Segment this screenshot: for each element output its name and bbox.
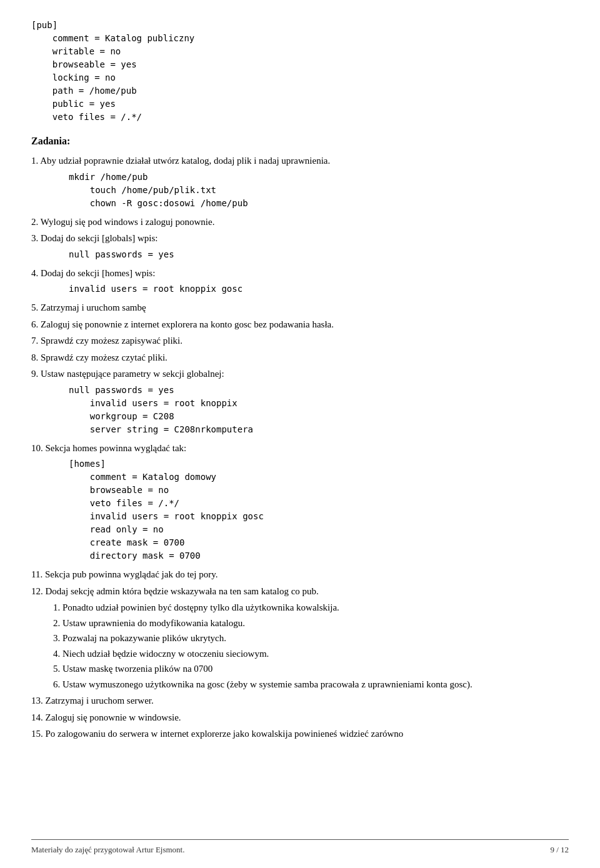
task-14: 14. Zaloguj się ponownie w windowsie.	[31, 711, 569, 725]
task-3-text: Dodaj do sekcji [globals] wpis:	[41, 233, 158, 243]
task-1-code: mkdir /home/pub touch /home/pub/plik.txt…	[69, 171, 569, 210]
page-content: [pub] comment = Katalog publiczny writab…	[31, 19, 569, 741]
task-12-sub-2: Ustaw uprawnienia do modyfikowania katal…	[62, 616, 569, 631]
task-4: 4. Dodaj do sekcji [homes] wpis:	[31, 266, 569, 281]
task-15-number: 15.	[31, 729, 46, 739]
task-1-text: Aby udział poprawnie działał utwórz kata…	[40, 156, 330, 166]
task-3-number: 3.	[31, 233, 41, 243]
task-12-sub-3: Pozwalaj na pokazywanie plików ukrytych.	[62, 631, 569, 646]
task-14-number: 14.	[31, 712, 46, 722]
tasks-title: Zadania:	[31, 134, 569, 149]
task-2-number: 2.	[31, 217, 41, 227]
task-12-sub-4: Niech udział będzie widoczny w otoczeniu…	[62, 647, 569, 661]
task-15-text: Po zalogowaniu do serwera w internet exp…	[46, 729, 404, 739]
task-13-text: Zatrzymaj i uruchom serwer.	[46, 696, 154, 706]
task-9: 9. Ustaw następujące parametry w sekcji …	[31, 367, 569, 381]
task-5: 5. Zatrzymaj i uruchom sambę	[31, 301, 569, 315]
task-12-sub-1: Ponadto udział powinien być dostępny tyl…	[62, 601, 569, 615]
task-2-text: Wyloguj się pod windows i zaloguj ponown…	[41, 217, 215, 227]
task-6-number: 6.	[31, 319, 41, 329]
top-code-block: [pub] comment = Katalog publiczny writab…	[31, 19, 569, 124]
footer-right: 9 / 12	[550, 844, 569, 856]
task-12: 12. Dodaj sekcję admin która będzie wska…	[31, 584, 569, 599]
task-13-number: 13.	[31, 696, 46, 706]
task-3: 3. Dodaj do sekcji [globals] wpis:	[31, 231, 569, 246]
task-5-text: Zatrzymaj i uruchom sambę	[41, 302, 146, 312]
task-10-code: [homes] comment = Katalog domowy browsea…	[69, 457, 569, 562]
task-12-sublist: Ponadto udział powinien być dostępny tyl…	[62, 601, 569, 691]
task-1: 1. Aby udział poprawnie działał utwórz k…	[31, 154, 569, 168]
task-1-number: 1.	[31, 156, 40, 166]
task-7-number: 7.	[31, 336, 41, 346]
task-10-number: 10.	[31, 443, 46, 453]
task-6: 6. Zaloguj się ponownie z internet explo…	[31, 317, 569, 332]
top-code-text: [pub] comment = Katalog publiczny writab…	[31, 19, 569, 124]
task-9-text: Ustaw następujące parametry w sekcji glo…	[41, 369, 224, 379]
task-4-text: Dodaj do sekcji [homes] wpis:	[41, 268, 155, 278]
task-12-sub-5: Ustaw maskę tworzenia plików na 0700	[62, 662, 569, 676]
task-9-code: null passwords = yes invalid users = roo…	[69, 384, 569, 436]
task-7-text: Sprawdź czy możesz zapisywać pliki.	[41, 336, 182, 346]
task-4-code: invalid users = root knoppix gosc	[69, 282, 569, 296]
task-13: 13. Zatrzymaj i uruchom serwer.	[31, 694, 569, 708]
task-12-sub-6: Ustaw wymuszonego użytkownika na gosc (ż…	[62, 677, 569, 692]
task-4-number: 4.	[31, 268, 41, 278]
footer: Materiały do zajęć przygotował Artur Ejs…	[31, 839, 569, 856]
task-8: 8. Sprawdź czy możesz czytać pliki.	[31, 351, 569, 365]
task-3-code: null passwords = yes	[69, 248, 569, 261]
task-8-text: Sprawdź czy możesz czytać pliki.	[41, 352, 168, 362]
task-6-text: Zaloguj się ponownie z internet explorer…	[41, 319, 334, 329]
task-9-number: 9.	[31, 369, 41, 379]
task-10: 10. Sekcja homes powinna wyglądać tak:	[31, 441, 569, 456]
task-10-text: Sekcja homes powinna wyglądać tak:	[46, 443, 187, 453]
task-5-number: 5.	[31, 302, 41, 312]
task-2: 2. Wyloguj się pod windows i zaloguj pon…	[31, 215, 569, 229]
footer-left: Materiały do zajęć przygotował Artur Ejs…	[31, 844, 184, 856]
task-15: 15. Po zalogowaniu do serwera w internet…	[31, 727, 569, 741]
task-8-number: 8.	[31, 352, 41, 362]
task-11-text: Sekcja pub powinna wyglądać jak do tej p…	[45, 569, 218, 579]
task-12-number: 12.	[31, 586, 46, 596]
task-11: 11. Sekcja pub powinna wyglądać jak do t…	[31, 567, 569, 582]
task-12-text: Dodaj sekcję admin która będzie wskazywa…	[46, 586, 319, 596]
task-14-text: Zaloguj się ponownie w windowsie.	[46, 712, 181, 722]
task-11-number: 11.	[31, 569, 45, 579]
task-7: 7. Sprawdź czy możesz zapisywać pliki.	[31, 334, 569, 348]
